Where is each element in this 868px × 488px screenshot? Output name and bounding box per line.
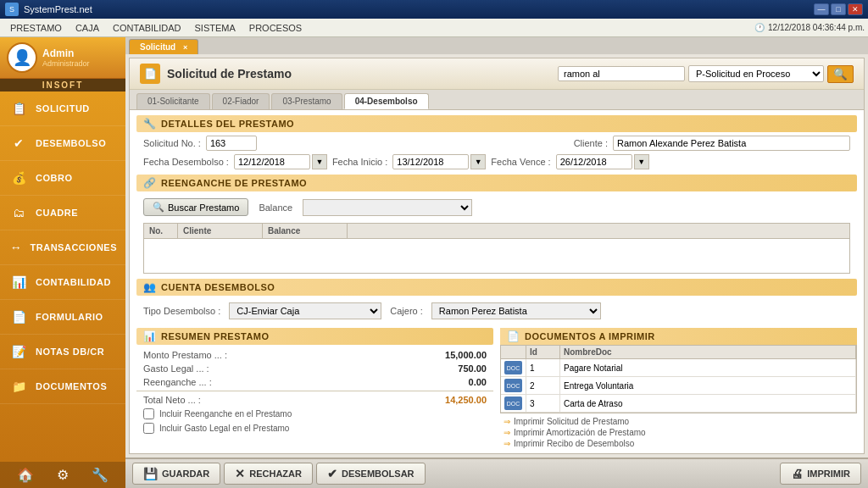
sidebar-item-contabilidad[interactable]: 📊 CONTABILIDAD	[0, 265, 125, 300]
menu-contabilidad[interactable]: CONTABILIDAD	[106, 21, 187, 35]
resumen-total-row: Total Neto ... : 14,250.00	[136, 391, 493, 407]
cuenta-title: CUENTA DESEMBOLSO	[161, 282, 275, 292]
sidebar-item-desembolso[interactable]: ✔ DESEMBOLSO	[0, 126, 125, 161]
close-button[interactable]: ✕	[848, 3, 863, 15]
panel-header: 📄 Solicitud de Prestamo P-Solicitud en P…	[130, 58, 864, 90]
docs-icon-1: DOC	[501, 359, 526, 376]
cajero-select[interactable]: Ramon Perez Batista	[431, 302, 601, 319]
cliente-label: Cliente :	[574, 138, 608, 148]
tab-fiador[interactable]: 02-Fiador	[212, 93, 270, 109]
panel-search: P-Solicitud en Proceso 🔍	[558, 65, 854, 83]
rechazar-button[interactable]: ✕ RECHAZAR	[224, 463, 313, 485]
solicitud-icon: 📋	[8, 98, 29, 119]
reenganche-table: No. Cliente Balance	[143, 223, 850, 274]
cliente-input[interactable]	[613, 136, 850, 151]
docs-icon-3: DOC	[501, 395, 526, 412]
docs-id-3: 3	[526, 395, 560, 412]
resumen-reenganche-row: Reenganche ... : 0.00	[136, 375, 493, 389]
monto-label: Monto Prestamo ... :	[143, 350, 227, 360]
tab-solicitante[interactable]: 01-Solicitante	[136, 93, 210, 109]
check-reenganche-label: Incluir Reenganche en el Prestamo	[159, 409, 292, 419]
fecha-desembolso-field[interactable]	[234, 154, 310, 169]
menu-caja[interactable]: CAJA	[69, 21, 106, 35]
fecha-desembolso-label: Fecha Desembolso :	[143, 157, 229, 167]
home-icon[interactable]: 🏠	[17, 467, 34, 483]
check-reenganche-row[interactable]: Incluir Reenganche en el Prestamo	[136, 407, 493, 421]
print-icon-2: ⇒	[504, 428, 510, 437]
maximize-button[interactable]: □	[831, 3, 846, 15]
menu-procesos[interactable]: PROCESOS	[242, 21, 309, 35]
sidebar-item-documentos[interactable]: 📁 DOCUMENTOS	[0, 369, 125, 404]
tab-solicitud[interactable]: Solicitud ×	[129, 39, 198, 54]
sidebar-item-notas[interactable]: 📝 NOTAS DB/CR	[0, 335, 125, 369]
sidebar-item-formulario[interactable]: 📄 FORMULARIO	[0, 300, 125, 335]
transacciones-label: TRANSACCIONES	[31, 242, 117, 252]
fecha-inicio-dropdown[interactable]: ▼	[470, 154, 486, 169]
cajero-label: Cajero :	[390, 306, 423, 316]
fecha-inicio-field[interactable]	[392, 154, 469, 169]
transacciones-icon: ↔	[8, 237, 24, 258]
sidebar-header: 👤 Admin Administrador	[0, 37, 125, 79]
balance-label: Balance	[259, 202, 292, 213]
menu-bar: PRESTAMO CAJA CONTABILIDAD SISTEMA PROCE…	[0, 19, 868, 37]
resumen-icon: 📊	[143, 330, 156, 342]
docs-nombre-1: Pagare Notarial	[560, 359, 856, 376]
tab-desembolso[interactable]: 04-Desembolso	[344, 93, 429, 109]
documentos-icon: 📁	[8, 376, 29, 396]
docs-col-id-num: Id	[526, 346, 560, 358]
bottom-layout: 📊 RESUMEN PRESTAMO Monto Prestamo ... : …	[136, 328, 857, 452]
desembolso-label: DESEMBOLSO	[36, 138, 106, 148]
menu-time: 🕐 12/12/2018 04:36:44 p.m.	[754, 23, 865, 32]
menu-sistema[interactable]: SISTEMA	[188, 21, 242, 35]
sidebar-item-transacciones[interactable]: ↔ TRANSACCIONES	[0, 230, 125, 265]
docs-links: ⇒ Imprimir Solicitud de Prestamo ⇒ Impri…	[500, 413, 857, 452]
check-gasto[interactable]	[143, 423, 154, 434]
desembolsar-icon: ✔	[327, 467, 337, 480]
user-role: Administrador	[42, 59, 90, 68]
settings-icon[interactable]: ⚙	[57, 467, 69, 483]
total-value: 14,250.00	[445, 395, 487, 405]
search-input[interactable]	[558, 66, 685, 81]
tipo-desembolso-select[interactable]: CJ-Enviar Caja	[229, 302, 381, 319]
main-layout: 👤 Admin Administrador INSOFT 📋 SOLICITUD…	[0, 37, 868, 488]
link-imprimir-solicitud[interactable]: ⇒ Imprimir Solicitud de Prestamo	[504, 416, 854, 427]
sidebar-item-cobro[interactable]: 💰 COBRO	[0, 161, 125, 196]
guardar-button[interactable]: 💾 GUARDAR	[132, 463, 220, 485]
docs-nombre-2: Entrega Voluntaria	[560, 377, 856, 394]
check-reenganche[interactable]	[143, 408, 154, 419]
link-imprimir-recibo[interactable]: ⇒ Imprimir Recibo de Desembolso	[504, 438, 854, 449]
solicitud-no-input[interactable]	[206, 136, 257, 151]
sidebar-nav: 📋 SOLICITUD ✔ DESEMBOLSO 💰 COBRO 🗂 CUADR…	[0, 92, 125, 462]
sidebar-item-cuadre[interactable]: 🗂 CUADRE	[0, 196, 125, 230]
buscar-prestamo-button[interactable]: 🔍 Buscar Prestamo	[143, 198, 248, 216]
title-bar-buttons: — □ ✕	[814, 3, 863, 15]
tab-close-icon[interactable]: ×	[183, 43, 187, 52]
notas-icon: 📝	[8, 341, 29, 362]
fecha-vence-field[interactable]	[556, 154, 632, 169]
sidebar-brand: INSOFT	[0, 79, 125, 92]
sidebar-item-solicitud[interactable]: 📋 SOLICITUD	[0, 92, 125, 126]
desembolso-row: Tipo Desembolso : CJ-Enviar Caja Cajero …	[136, 299, 857, 323]
desembolsar-button[interactable]: ✔ DESEMBOLSAR	[316, 463, 426, 485]
check-gasto-row[interactable]: Incluir Gasto Legal en el Prestamo	[136, 421, 493, 435]
cuenta-header: 👥 CUENTA DESEMBOLSO	[136, 279, 857, 296]
detalles-header: 🔧 DETALLES DEL PRESTAMO	[136, 115, 857, 132]
total-label: Total Neto ... :	[143, 395, 201, 405]
link-imprimir-amortizacion[interactable]: ⇒ Imprimir Amortización de Prestamo	[504, 427, 854, 438]
minimize-button[interactable]: —	[814, 3, 829, 15]
imprimir-button[interactable]: 🖨 IMPRIMIR	[780, 463, 861, 485]
status-select[interactable]: P-Solicitud en Proceso	[688, 65, 824, 82]
form-tabs: 01-Solicitante 02-Fiador 03-Prestamo 04-…	[130, 90, 864, 110]
fecha-desembolso-dropdown[interactable]: ▼	[312, 154, 327, 169]
menu-prestamo[interactable]: PRESTAMO	[3, 21, 69, 35]
col-no: No.	[144, 224, 178, 238]
cuenta-icon: 👥	[143, 281, 156, 293]
doc-type-icon-1: DOC	[504, 361, 522, 374]
balance-select[interactable]	[303, 199, 472, 216]
config-icon[interactable]: 🔧	[92, 467, 108, 483]
docs-id-1: 1	[526, 359, 560, 376]
tab-prestamo[interactable]: 03-Prestamo	[271, 93, 342, 109]
search-button[interactable]: 🔍	[827, 65, 854, 83]
docs-icon-2: DOC	[501, 377, 526, 394]
fecha-vence-dropdown[interactable]: ▼	[634, 154, 649, 169]
